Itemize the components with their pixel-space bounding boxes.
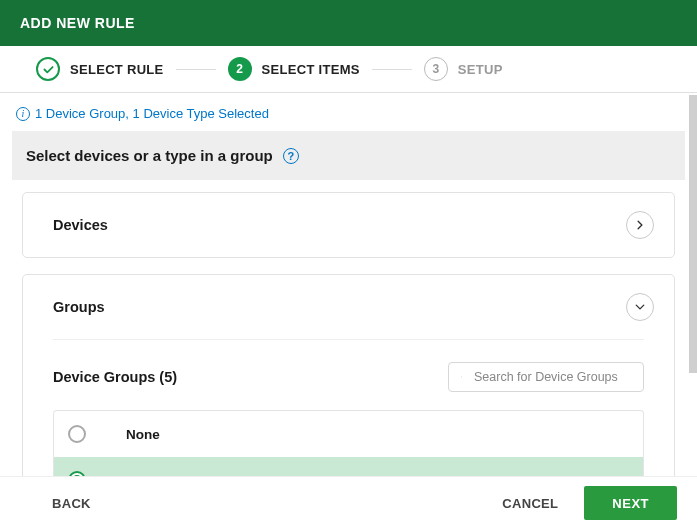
groups-panel: Groups Device Groups (5) — [22, 274, 675, 504]
section-header: Select devices or a type in a group ? — [12, 131, 685, 180]
step-label: SETUP — [458, 62, 503, 77]
device-groups-search-input[interactable] — [474, 370, 631, 384]
step-separator — [372, 69, 412, 70]
step-2[interactable]: 2 SELECT ITEMS — [228, 57, 360, 81]
devices-panel-label: Devices — [53, 217, 108, 233]
step-1[interactable]: SELECT RULE — [36, 57, 164, 81]
step-3[interactable]: 3 SETUP — [424, 57, 503, 81]
chevron-down-icon — [634, 301, 646, 313]
devices-panel: Devices — [22, 192, 675, 258]
step-number-icon: 2 — [228, 57, 252, 81]
chevron-right-icon — [634, 219, 646, 231]
selection-summary-text: 1 Device Group, 1 Device Type Selected — [35, 106, 269, 121]
scrollbar[interactable] — [689, 95, 697, 373]
step-number-icon: 3 — [424, 57, 448, 81]
section-title: Select devices or a type in a group — [26, 147, 273, 164]
wizard-steps: SELECT RULE 2 SELECT ITEMS 3 SETUP — [0, 46, 697, 92]
device-groups-search[interactable] — [448, 362, 644, 392]
modal-header: ADD NEW RULE — [0, 0, 697, 46]
collapse-groups-button[interactable] — [626, 293, 654, 321]
expand-devices-button[interactable] — [626, 211, 654, 239]
tree-row-none[interactable]: None — [54, 411, 643, 457]
step-label: SELECT ITEMS — [262, 62, 360, 77]
step-separator — [176, 69, 216, 70]
back-button[interactable]: BACK — [52, 496, 91, 511]
selection-summary[interactable]: i 1 Device Group, 1 Device Type Selected — [12, 93, 685, 131]
radio-none[interactable] — [68, 425, 86, 443]
cancel-button[interactable]: CANCEL — [502, 496, 558, 511]
info-icon: i — [16, 107, 30, 121]
step-label: SELECT RULE — [70, 62, 164, 77]
help-icon[interactable]: ? — [283, 148, 299, 164]
search-icon — [461, 370, 462, 384]
tree-label: None — [126, 427, 160, 442]
modal-title: ADD NEW RULE — [20, 15, 135, 31]
groups-panel-label: Groups — [53, 299, 105, 315]
check-icon — [36, 57, 60, 81]
modal-footer: BACK CANCEL NEXT — [0, 476, 697, 529]
device-groups-title: Device Groups (5) — [53, 369, 177, 385]
next-button[interactable]: NEXT — [584, 486, 677, 520]
